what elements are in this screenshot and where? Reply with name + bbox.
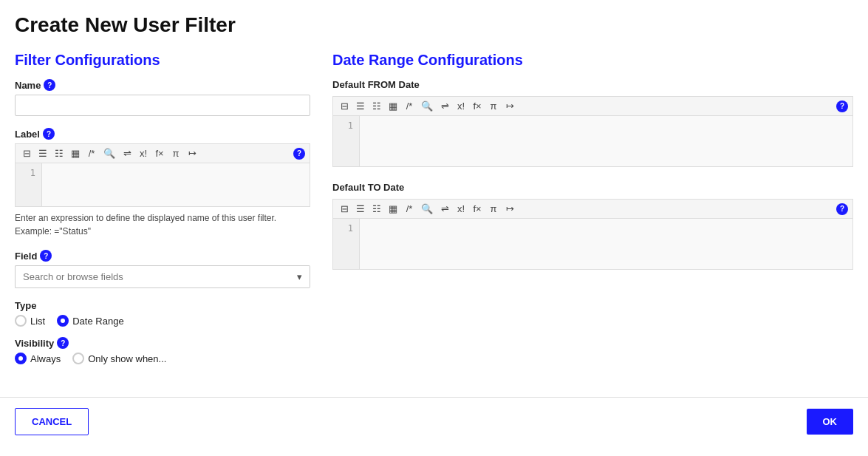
visibility-always-option[interactable]: Always xyxy=(15,353,61,364)
visibility-conditional-option[interactable]: Only show when... xyxy=(72,353,166,364)
footer: CANCEL OK xyxy=(0,398,868,446)
to-toolbar-btn-6[interactable]: 🔍 xyxy=(419,202,435,216)
page-title: Create New User Filter xyxy=(0,0,868,44)
from-toolbar-btn-2[interactable]: ☰ xyxy=(354,99,367,113)
visibility-label: Visibility ? xyxy=(15,337,310,349)
toolbar-btn-1[interactable]: ⊟ xyxy=(20,146,33,160)
to-toolbar-btn-1[interactable]: ⊟ xyxy=(338,202,351,216)
type-row: Type List Date Range xyxy=(15,300,310,327)
type-list-radio[interactable] xyxy=(15,315,27,327)
name-label: Name ? xyxy=(15,79,310,91)
from-date-section: Default FROM Date ⊟ ☰ ☷ ▦ /* 🔍 ⇌ x! f× π… xyxy=(332,79,853,167)
from-editor-line-numbers: 1 xyxy=(333,116,360,166)
visibility-radio-group: Always Only show when... xyxy=(15,353,310,364)
to-date-section: Default TO Date ⊟ ☰ ☷ ▦ /* 🔍 ⇌ x! f× π ↦… xyxy=(332,182,853,270)
label-editor-body: 1 xyxy=(15,163,310,207)
type-daterange-radio[interactable] xyxy=(57,315,69,327)
toolbar-btn-2[interactable]: ☰ xyxy=(36,146,49,160)
toolbar-btn-9[interactable]: f× xyxy=(153,146,166,160)
right-panel: Date Range Configurations Default FROM D… xyxy=(332,52,853,375)
from-editor-body: 1 xyxy=(332,115,853,167)
toolbar-btn-4[interactable]: ▦ xyxy=(69,146,82,160)
from-toolbar-btn-8[interactable]: x! xyxy=(454,99,468,113)
visibility-always-radio[interactable] xyxy=(15,353,27,364)
from-toolbar-btn-10[interactable]: π xyxy=(487,99,500,113)
toolbar-btn-11[interactable]: ↦ xyxy=(185,146,199,160)
name-field-group: Name ? xyxy=(15,79,310,116)
visibility-row: Visibility ? Always Only show when... xyxy=(15,337,310,364)
from-editor-toolbar: ⊟ ☰ ☷ ▦ /* 🔍 ⇌ x! f× π ↦ ? xyxy=(332,96,853,115)
to-editor-help-icon[interactable]: ? xyxy=(836,203,848,215)
label-editor-toolbar: ⊟ ☰ ☷ ▦ /* 🔍 ⇌ x! f× π ↦ ? xyxy=(15,143,310,163)
from-editor-help-icon[interactable]: ? xyxy=(836,101,848,112)
label-editor-content[interactable] xyxy=(42,163,310,206)
to-editor-content[interactable] xyxy=(360,219,852,269)
from-toolbar-btn-6[interactable]: 🔍 xyxy=(419,99,435,113)
toolbar-btn-5[interactable]: /* xyxy=(85,146,98,160)
to-editor-line-numbers: 1 xyxy=(333,219,360,269)
name-input[interactable] xyxy=(15,95,310,116)
label-hint-text: Enter an expression to define the displa… xyxy=(15,211,310,238)
label-editor-help-icon[interactable]: ? xyxy=(293,148,305,160)
from-toolbar-btn-7[interactable]: ⇌ xyxy=(438,99,451,113)
label-editor-line-numbers: 1 xyxy=(16,163,42,206)
toolbar-btn-7[interactable]: ⇌ xyxy=(120,146,134,160)
field-help-icon[interactable]: ? xyxy=(40,250,52,262)
toolbar-btn-3[interactable]: ☷ xyxy=(52,146,66,160)
from-toolbar-btn-11[interactable]: ↦ xyxy=(503,99,516,113)
left-panel: Filter Configurations Name ? Label ? ⊟ ☰… xyxy=(15,52,310,375)
to-toolbar-btn-3[interactable]: ☷ xyxy=(370,202,383,216)
to-toolbar-btn-4[interactable]: ▦ xyxy=(386,202,400,216)
field-label: Field ? xyxy=(15,250,310,262)
to-toolbar-btn-11[interactable]: ↦ xyxy=(503,202,516,216)
toolbar-btn-8[interactable]: x! xyxy=(137,146,150,160)
to-toolbar-btn-5[interactable]: /* xyxy=(403,202,416,216)
filter-config-title: Filter Configurations xyxy=(15,52,310,69)
ok-button[interactable]: OK xyxy=(807,409,854,435)
from-toolbar-btn-5[interactable]: /* xyxy=(403,99,416,113)
field-search-row: ▾ xyxy=(15,265,310,288)
to-toolbar-btn-7[interactable]: ⇌ xyxy=(438,202,451,216)
cancel-button[interactable]: CANCEL xyxy=(15,408,89,435)
visibility-conditional-radio[interactable] xyxy=(72,353,84,364)
type-radio-group: List Date Range xyxy=(15,315,310,327)
to-toolbar-btn-8[interactable]: x! xyxy=(454,202,468,216)
visibility-help-icon[interactable]: ? xyxy=(57,337,69,349)
to-editor-toolbar: ⊟ ☰ ☷ ▦ /* 🔍 ⇌ x! f× π ↦ ? xyxy=(332,199,853,218)
label-field-group: Label ? ⊟ ☰ ☷ ▦ /* 🔍 ⇌ x! f× π ↦ ? 1 xyxy=(15,128,310,238)
toolbar-btn-10[interactable]: π xyxy=(169,146,182,160)
from-date-label: Default FROM Date xyxy=(332,79,853,90)
from-editor-content[interactable] xyxy=(360,116,852,166)
field-field-group: Field ? ▾ xyxy=(15,250,310,288)
to-toolbar-btn-9[interactable]: f× xyxy=(471,202,484,216)
name-help-icon[interactable]: ? xyxy=(44,79,55,91)
from-toolbar-btn-1[interactable]: ⊟ xyxy=(338,99,351,113)
type-label: Type xyxy=(15,300,310,311)
toolbar-btn-6[interactable]: 🔍 xyxy=(101,146,117,160)
to-toolbar-btn-2[interactable]: ☰ xyxy=(354,202,367,216)
field-search-input[interactable] xyxy=(15,265,290,288)
to-editor-body: 1 xyxy=(332,218,853,270)
from-toolbar-btn-3[interactable]: ☷ xyxy=(370,99,383,113)
to-toolbar-btn-10[interactable]: π xyxy=(487,202,500,216)
to-date-label: Default TO Date xyxy=(332,182,853,193)
label-help-icon[interactable]: ? xyxy=(43,128,55,140)
type-list-option[interactable]: List xyxy=(15,315,45,327)
from-toolbar-btn-9[interactable]: f× xyxy=(471,99,484,113)
field-dropdown-btn[interactable]: ▾ xyxy=(290,265,310,288)
type-daterange-option[interactable]: Date Range xyxy=(57,315,123,327)
from-toolbar-btn-4[interactable]: ▦ xyxy=(386,99,400,113)
date-range-config-title: Date Range Configurations xyxy=(332,52,853,69)
label-label: Label ? xyxy=(15,128,310,140)
